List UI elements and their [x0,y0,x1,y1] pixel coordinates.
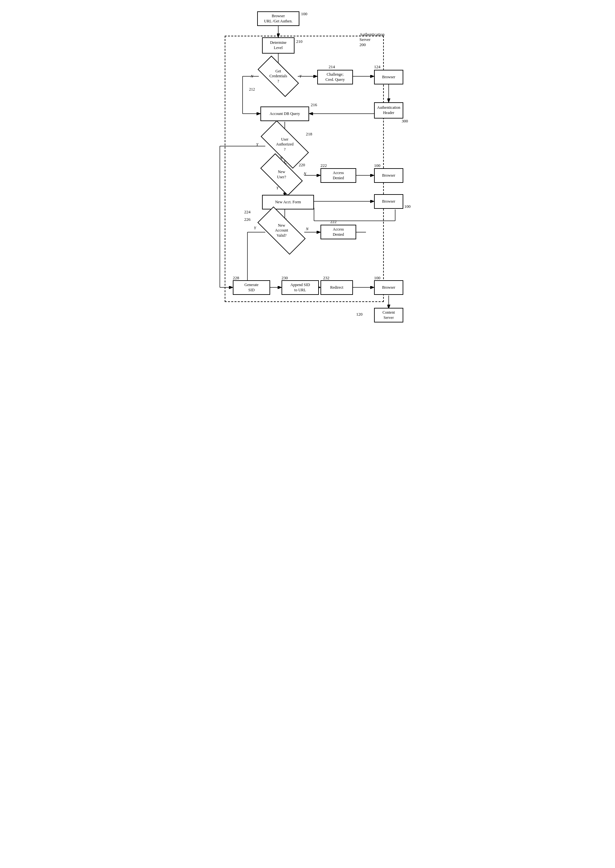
ref-124: 124 [374,64,381,69]
y-new-account-label: Y [254,226,256,231]
access-denied-2-node: AccessDenied [320,225,356,239]
ref-300: 300 [402,119,408,124]
flowchart-diagram: AuthenticationServer200 BrowserURL /Get … [194,6,421,325]
n-credentials-label: N [251,74,253,79]
ref-222a: 222 [320,163,327,168]
n-new-account-label: N [306,227,309,231]
redirect-node: Redirect [320,280,353,295]
auth-header-node: AuthenticationHeader [374,102,403,119]
n-new-user-label: N [304,172,306,176]
ref-216: 216 [311,102,317,108]
determine-level-node: DetermineLevel [262,37,295,53]
ref-228: 228 [233,275,239,281]
new-acct-form-node: New Acct. Form [262,195,314,209]
ref-100b: 100 [404,204,411,209]
y-credentials-label: Y [300,74,302,79]
account-db-node: Account DB Query [261,106,309,121]
challenge-node: Challenge;Cred. Query [317,70,353,84]
browser-100c-node: Browser [374,280,403,295]
auth-server-boundary [225,36,384,302]
browser-100a-node: Browser [374,168,403,183]
ref-100c: 100 [374,275,381,281]
y-authorized-label: Y [256,142,259,147]
ref-230: 230 [281,275,288,281]
new-user-node: NewUser? [262,164,301,185]
ref-214: 214 [329,64,335,69]
content-server-node: ContentServer [374,308,403,322]
ref-120: 120 [356,312,363,317]
generate-sid-node: GenerateSID [233,280,270,295]
ref-100a: 100 [374,163,381,168]
get-credentials-node: GetCredentials? [259,67,298,86]
ref-232: 232 [323,275,329,281]
new-account-valid-node: NewAccountValid? [259,219,304,242]
browser-url-node: BrowserURL /Get Authen. [257,11,300,26]
ref-100-top: 100 [301,11,308,17]
browser-124-node: Browser [374,70,403,84]
user-authorized-node: UserAuthorized? [262,133,308,156]
access-denied-1-node: AccessDenied [320,168,356,183]
ref-226: 226 [244,217,251,222]
y-new-user-label: Y [276,186,279,190]
ref-218: 218 [306,131,312,137]
ref-210: 210 [296,39,303,44]
browser-100b-node: Browser [374,194,403,209]
ref-222b: 222 [330,219,337,225]
ref-220: 220 [299,162,305,167]
append-sid-node: Append SIDto URL [281,280,319,295]
ref-224: 224 [244,209,251,215]
auth-server-label: AuthenticationServer200 [359,32,384,47]
ref-212: 212 [249,87,255,92]
